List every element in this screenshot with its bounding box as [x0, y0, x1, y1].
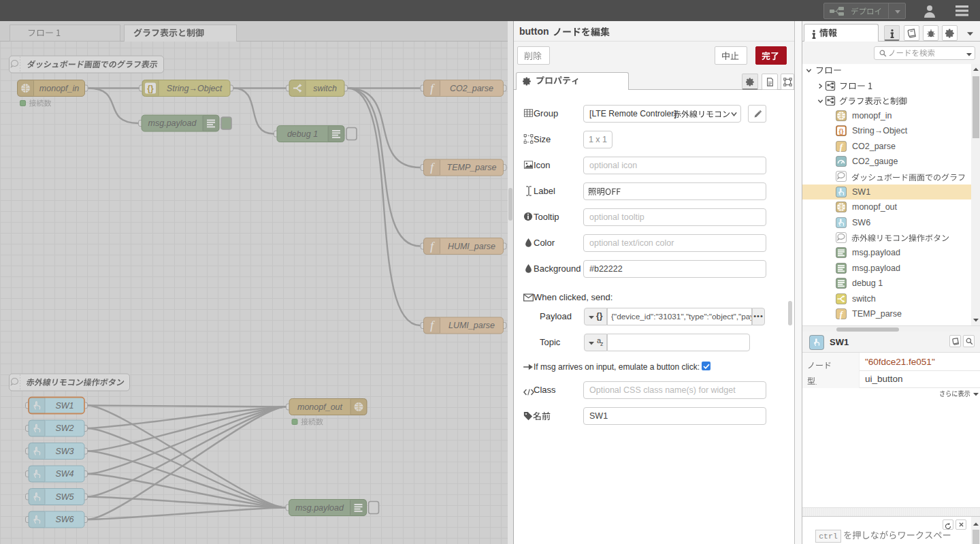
svg-text:LUMI_parse: LUMI_parse — [448, 321, 495, 330]
svg-text:monopf_in: monopf_in — [39, 84, 79, 93]
svg-text:String→Object: String→Object — [167, 84, 223, 93]
svg-text:SW1: SW1 — [55, 401, 74, 411]
svg-text:HUMI_parse: HUMI_parse — [448, 242, 495, 251]
svg-text:SW6: SW6 — [55, 515, 74, 524]
svg-text:msg.payload: msg.payload — [148, 118, 197, 128]
svg-text:TEMP_parse: TEMP_parse — [447, 163, 497, 172]
svg-text:SW2: SW2 — [55, 423, 74, 433]
svg-text:{}: {} — [147, 84, 154, 93]
svg-text:msg.payload: msg.payload — [295, 503, 344, 513]
svg-text:SW5: SW5 — [55, 492, 74, 502]
svg-text:SW4: SW4 — [55, 469, 74, 479]
svg-text:monopf_out: monopf_out — [297, 402, 343, 412]
svg-text:{}: {} — [838, 128, 844, 135]
svg-text:CO2_parse: CO2_parse — [450, 84, 493, 93]
svg-text:SW3: SW3 — [55, 447, 74, 456]
svg-text:switch: switch — [313, 84, 337, 93]
svg-text:debug 1: debug 1 — [287, 129, 318, 139]
